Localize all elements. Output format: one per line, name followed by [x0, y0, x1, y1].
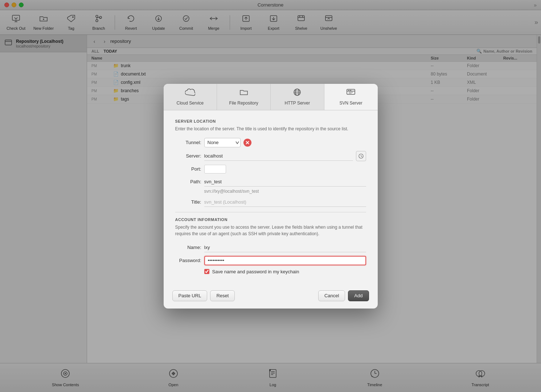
- name-row: Name:: [175, 243, 366, 252]
- svg-rect-50: [348, 90, 349, 91]
- tunnel-label: Tunnel:: [175, 140, 201, 145]
- http-icon: [292, 88, 302, 98]
- title-row: Title:: [175, 197, 366, 207]
- svn-icon: [346, 88, 356, 98]
- tunnel-row: Tunnel: None SSH: [175, 138, 366, 147]
- x-icon: [245, 140, 250, 145]
- keychain-label[interactable]: Save name and password in my keychain: [212, 269, 299, 274]
- reset-button[interactable]: Reset: [210, 290, 235, 301]
- path-row: Path:: [175, 177, 366, 187]
- password-label: Password:: [175, 258, 201, 263]
- server-input[interactable]: [204, 151, 353, 161]
- modal-tabs: Cloud Service File Repository HTTP Serve…: [164, 84, 378, 110]
- title-input[interactable]: [204, 197, 366, 207]
- tunnel-select[interactable]: None SSH: [204, 138, 241, 147]
- clock-icon: [358, 153, 364, 159]
- modal-footer: Paste URL Reset Cancel Add: [164, 286, 378, 309]
- path-input[interactable]: [204, 177, 366, 187]
- section-divider: [175, 212, 366, 212]
- tab-file-repo[interactable]: File Repository: [217, 84, 271, 110]
- svg-line-58: [361, 156, 362, 157]
- title-label: Title:: [175, 199, 201, 205]
- server-row: Server:: [175, 151, 366, 161]
- tab-http-server[interactable]: HTTP Server: [271, 84, 324, 110]
- tunnel-clear-button[interactable]: [243, 139, 251, 147]
- modal-dialog: Cloud Service File Repository HTTP Serve…: [164, 84, 378, 309]
- port-row: Port:: [175, 165, 366, 173]
- port-label: Port:: [175, 166, 201, 172]
- keychain-checkbox[interactable]: [204, 269, 209, 274]
- account-desc: Specify the account you use to access th…: [175, 224, 366, 237]
- path-label: Path:: [175, 179, 201, 184]
- server-history-button[interactable]: [356, 151, 366, 161]
- svn-url: svn://lxy@localhost/svn_test: [204, 189, 366, 194]
- password-input[interactable]: [204, 256, 366, 265]
- server-location-title: SERVER LOCATION: [175, 119, 366, 123]
- modal-overlay: Cloud Service File Repository HTTP Serve…: [0, 0, 541, 392]
- tunnel-select-container: None SSH: [204, 138, 241, 147]
- add-button[interactable]: Add: [348, 290, 369, 301]
- tab-cloud-label: Cloud Service: [177, 101, 204, 106]
- svg-rect-51: [350, 90, 351, 91]
- name-input[interactable]: [204, 243, 366, 252]
- tab-svn-label: SVN Server: [339, 101, 362, 106]
- name-label: Name:: [175, 245, 201, 250]
- tab-cloud-service[interactable]: Cloud Service: [164, 84, 217, 110]
- server-label: Server:: [175, 153, 201, 159]
- paste-url-button[interactable]: Paste URL: [172, 290, 208, 301]
- cancel-button[interactable]: Cancel: [318, 290, 345, 301]
- port-input[interactable]: [204, 165, 226, 173]
- server-location-desc: Enter the location of the server. The ti…: [175, 126, 366, 132]
- tab-http-label: HTTP Server: [284, 101, 310, 106]
- tab-svn-server[interactable]: SVN Server: [324, 84, 378, 110]
- keychain-row: Save name and password in my keychain: [204, 269, 366, 274]
- file-repo-icon: [239, 88, 249, 98]
- tab-file-repo-label: File Repository: [229, 101, 258, 106]
- cloud-icon: [185, 88, 195, 98]
- modal-body: SERVER LOCATION Enter the location of th…: [164, 110, 378, 286]
- account-title: ACCOUNT INFORMATION: [175, 217, 366, 222]
- password-row: Password:: [175, 256, 366, 265]
